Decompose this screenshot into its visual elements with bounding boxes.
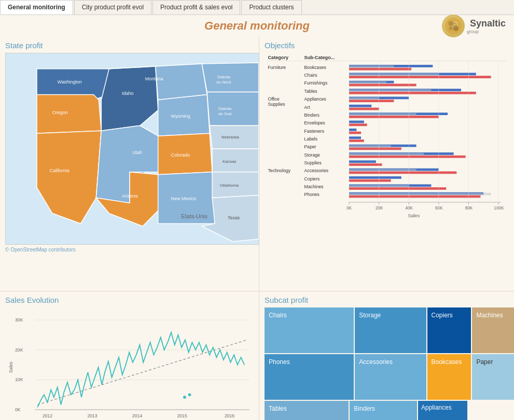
map-container: Washington Oregon California Nevada Idah… (5, 53, 259, 245)
svg-point-155 (188, 393, 191, 396)
treemap-cell-tables: Tables (265, 401, 349, 420)
svg-point-154 (183, 396, 186, 399)
svg-text:Appliances: Appliances (304, 96, 326, 102)
treemap-cell-machines: Machines (472, 307, 514, 353)
svg-text:Sales: Sales (8, 361, 13, 373)
svg-text:Paper: Paper (304, 144, 316, 149)
svg-rect-112 (349, 145, 391, 148)
svg-text:80K: 80K (465, 206, 473, 211)
svg-rect-80 (349, 132, 361, 134)
svg-rect-63 (349, 92, 476, 94)
treemap-cell-chairs: Chairs (265, 307, 354, 353)
svg-text:Sales: Sales (408, 213, 420, 218)
svg-text:Oklahoma: Oklahoma (220, 183, 239, 188)
svg-rect-71 (349, 108, 379, 110)
svg-text:New Mexico: New Mexico (171, 196, 197, 201)
objectifs-title: Objectifs (265, 41, 509, 50)
svg-rect-102 (349, 187, 446, 190)
sales-evolution-title: Sales Evolution (5, 296, 254, 304)
svg-rect-79 (349, 129, 356, 131)
svg-text:2014: 2014 (132, 413, 142, 418)
treemap-cell-copiers: Copiers (427, 307, 471, 353)
svg-rect-57 (349, 76, 491, 78)
svg-rect-106 (349, 65, 394, 68)
svg-text:Machines: Machines (304, 184, 324, 189)
svg-text:Labels: Labels (304, 136, 317, 142)
logo-sub: group (467, 29, 506, 34)
svg-text:100K: 100K (494, 206, 504, 211)
svg-text:Sub-Catego...: Sub-Catego... (304, 55, 335, 60)
svg-rect-60 (349, 84, 416, 87)
svg-text:Kansas: Kansas (223, 159, 237, 164)
svg-rect-99 (349, 179, 391, 182)
svg-text:Washington: Washington (58, 79, 82, 85)
svg-text:0K: 0K (15, 407, 21, 412)
svg-marker-36 (207, 92, 258, 126)
svg-text:Storage: Storage (304, 152, 320, 158)
logo: Synaltic group (442, 15, 506, 37)
svg-text:Fasteners: Fasteners (304, 129, 324, 134)
svg-text:Envelopes: Envelopes (304, 120, 325, 125)
svg-text:Wyoming: Wyoming (171, 114, 190, 119)
svg-rect-107 (349, 73, 439, 76)
svg-text:Copiers: Copiers (304, 176, 320, 181)
svg-text:10K: 10K (15, 377, 23, 382)
svg-text:Supplies: Supplies (268, 102, 285, 107)
svg-rect-92 (349, 163, 382, 166)
svg-text:Bookcases: Bookcases (304, 65, 326, 70)
tab-product-profit[interactable]: Product profit & sales evol (152, 0, 240, 15)
svg-rect-89 (349, 156, 466, 158)
map-credit: © OpenStreetMap contributors (5, 247, 254, 253)
svg-text:Nebraska: Nebraska (221, 135, 240, 139)
svg-text:Dakota: Dakota (217, 75, 231, 79)
svg-rect-54 (349, 68, 411, 71)
svg-text:Chairs: Chairs (304, 73, 317, 78)
svg-rect-76 (349, 121, 364, 123)
svg-text:Accessories: Accessories (304, 168, 329, 173)
tab-general-monitoring[interactable]: General monitoring (0, 0, 73, 15)
svg-text:2013: 2013 (87, 413, 97, 418)
svg-rect-74 (349, 116, 439, 118)
treemap-cell-paper: Paper (472, 354, 514, 400)
svg-rect-114 (349, 169, 416, 172)
svg-text:California: California (50, 168, 70, 173)
svg-rect-108 (349, 81, 386, 84)
svg-rect-116 (349, 193, 491, 195)
logo-icon (442, 15, 465, 37)
svg-text:Furnishings: Furnishings (304, 80, 328, 86)
svg-rect-70 (349, 105, 371, 107)
svg-text:Office: Office (268, 96, 280, 102)
tab-city-product[interactable]: City product profit evol (74, 0, 151, 15)
state-profit-title: State profit (5, 41, 254, 50)
svg-text:40K: 40K (406, 206, 413, 211)
svg-text:Art: Art (304, 105, 311, 110)
svg-text:2016: 2016 (225, 413, 234, 418)
svg-text:Utah: Utah (132, 150, 142, 155)
svg-rect-68 (349, 100, 394, 102)
svg-rect-96 (349, 171, 456, 174)
svg-text:Category: Category (268, 55, 289, 60)
svg-text:Technology: Technology (268, 168, 291, 173)
svg-text:Texas: Texas (228, 215, 240, 220)
svg-text:Tables: Tables (304, 89, 317, 94)
objectifs-panel: Objectifs Category Sub-Catego... Furnitu… (259, 37, 514, 291)
sales-line-chart: 30K 20K 10K 0K Sales 2012 2013 2014 2015… (5, 307, 259, 420)
subcat-profit-title: Subcat profit (265, 296, 509, 304)
tab-bar: General monitoring City product profit e… (0, 0, 514, 15)
svg-rect-110 (349, 97, 379, 100)
svg-rect-82 (349, 136, 361, 139)
objectifs-chart: Category Sub-Catego... Furniture Bookcas… (265, 53, 509, 240)
tab-product-clusters[interactable]: Product clusters (241, 0, 301, 15)
svg-rect-98 (349, 176, 401, 179)
svg-text:Arizona: Arizona (122, 193, 137, 199)
svg-rect-109 (349, 89, 431, 92)
svg-text:0K: 0K (346, 206, 352, 211)
sales-evolution-panel: Sales Evolution 30K 20K 10K 0K Sales 201… (0, 291, 259, 420)
page-header: General monitoring Synaltic group (0, 15, 514, 37)
svg-rect-83 (349, 139, 364, 142)
subcat-treemap: Chairs Storage Copiers Machines Phones (265, 307, 514, 420)
svg-rect-136 (10, 307, 254, 420)
svg-text:du Nord: du Nord (216, 80, 231, 85)
svg-text:du Sud: du Sud (218, 111, 231, 116)
svg-text:2015: 2015 (177, 413, 187, 418)
